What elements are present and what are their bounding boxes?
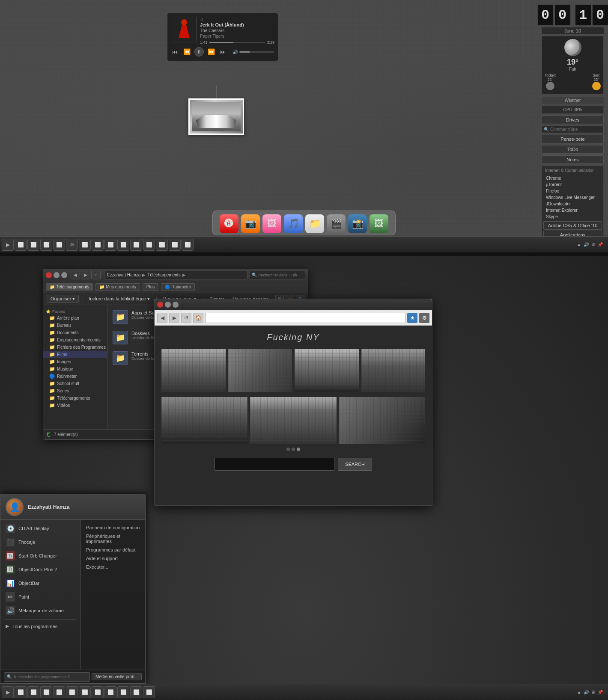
organiser-btn[interactable]: Organiser ▾ xyxy=(47,295,79,303)
sidebar-emplacements[interactable]: 📁 Emplacements récents xyxy=(43,336,107,344)
dock-item-0[interactable]: 🅐 xyxy=(220,214,238,233)
dock-item-2[interactable]: 🖼 xyxy=(262,214,281,233)
sidebar-images[interactable]: 📁 Images xyxy=(43,358,107,365)
browser-max-btn[interactable] xyxy=(173,302,179,308)
ie-item[interactable]: Internet Explorer xyxy=(543,207,602,214)
photo-0[interactable] xyxy=(161,349,226,392)
next-button[interactable]: ⏭ xyxy=(219,48,227,55)
browser-url-bar[interactable] xyxy=(205,313,405,323)
tb-btn-7[interactable]: ⬜ xyxy=(92,239,104,251)
browser-refresh-btn[interactable]: ↺ xyxy=(181,313,191,323)
tb-btn-1[interactable]: ⬜ xyxy=(15,239,27,251)
browser-action-1[interactable]: ★ xyxy=(407,313,417,323)
wlm-item[interactable]: Windows Live Messenger xyxy=(543,194,602,201)
search-input[interactable] xyxy=(258,273,297,277)
dock-item-3[interactable]: 🎵 xyxy=(284,214,303,233)
page-dot-3[interactable] xyxy=(297,448,300,451)
skip-fwd-button[interactable]: ⏩ xyxy=(206,48,216,55)
sm-devices[interactable]: Périphériques et imprimantes xyxy=(81,532,145,546)
browser-search-btn[interactable]: SEARCH xyxy=(338,458,372,471)
sidebar-arriere-plan[interactable]: 📁 Arrière plan xyxy=(43,314,107,322)
dock-item-1[interactable]: 📷 xyxy=(241,214,260,233)
tab-plus[interactable]: Plus xyxy=(143,283,158,291)
tb-btn-13[interactable]: ⬜ xyxy=(169,239,181,251)
tb-btn-4[interactable]: ⬜ xyxy=(53,239,65,251)
weather-button[interactable]: Weather xyxy=(542,97,604,104)
tb-btn-6[interactable]: ⬜ xyxy=(79,239,91,251)
browser-back-btn[interactable]: ◀ xyxy=(157,313,167,323)
tb-btn-14[interactable]: ⬜ xyxy=(182,239,194,251)
tb-bottom-7[interactable]: ⬜ xyxy=(92,686,104,698)
sidebar-videos[interactable]: 📁 Vidéos xyxy=(43,402,107,409)
start-search-box[interactable]: 🔍 xyxy=(4,672,90,682)
sidebar-musique[interactable]: 📁 Musique xyxy=(43,365,107,373)
tb-bottom-9[interactable]: ⬜ xyxy=(117,686,129,698)
firefox-item[interactable]: Firefox xyxy=(543,188,602,194)
tb-bottom-6[interactable]: ⬜ xyxy=(79,686,91,698)
window-close-btn[interactable] xyxy=(46,272,52,278)
tb-bottom-1[interactable]: ⬜ xyxy=(15,686,27,698)
sm-help[interactable]: Aide et support xyxy=(81,554,145,563)
tb-btn-5[interactable]: ⚙ xyxy=(66,239,78,251)
tb-btn-11[interactable]: ⬜ xyxy=(143,239,155,251)
sm-cd-art[interactable]: 💿 CD Art Display xyxy=(0,522,80,535)
drives-button[interactable]: Drives xyxy=(542,116,604,124)
search-box[interactable]: 🔍 xyxy=(250,271,305,279)
photo-3[interactable] xyxy=(361,349,426,392)
prev-button[interactable]: ⏮ xyxy=(171,48,179,55)
nav-back-btn[interactable]: ◀ xyxy=(71,271,80,279)
sidebar-bureau[interactable]: 📁 Bureau xyxy=(43,322,107,329)
tab-mes-docs[interactable]: 📁 Mes documents xyxy=(95,283,140,291)
sidebar-fichiers-prog[interactable]: 📁 Fichiers des Programmes xyxy=(43,344,107,351)
sidebar-series[interactable]: 📁 Séries xyxy=(43,387,107,394)
page-dot-2[interactable] xyxy=(292,448,295,451)
tb-bottom-11[interactable]: ⬜ xyxy=(143,686,155,698)
inclure-btn[interactable]: Inclure dans la bibliothèque ▾ xyxy=(85,295,153,303)
dock-item-7[interactable]: 🖼 xyxy=(370,214,388,233)
sm-default-prog[interactable]: Programmes par défaut xyxy=(81,546,145,554)
sm-objectdock[interactable]: 🅾 ObjectDock Plus 2 xyxy=(0,563,80,576)
sm-volume[interactable]: 🔊 Mélangeur de volume xyxy=(0,604,80,617)
nav-up-btn[interactable]: ↑ xyxy=(91,271,101,279)
notes-button[interactable]: Notes xyxy=(542,155,604,164)
browser-home-btn[interactable]: 🏠 xyxy=(193,313,203,323)
sidebar-telechargements[interactable]: 📁 Téléchargements xyxy=(43,394,107,402)
tb-bottom-3[interactable]: ⬜ xyxy=(40,686,52,698)
browser-action-2[interactable]: ⚙ xyxy=(419,313,429,323)
nav-fwd-btn[interactable]: ▶ xyxy=(81,271,90,279)
dock-item-6[interactable]: 📸 xyxy=(348,214,367,233)
sidebar-films[interactable]: 📁 Films xyxy=(43,351,107,358)
window-max-btn[interactable] xyxy=(61,272,67,278)
breadcrumb-root[interactable]: Ezzahyatt Hamza xyxy=(107,273,140,277)
command-line-input[interactable] xyxy=(550,127,605,132)
sm-control-panel[interactable]: Panneau de configuration xyxy=(81,523,145,532)
browser-search-input[interactable] xyxy=(215,458,334,471)
browser-fwd-btn[interactable]: ▶ xyxy=(169,313,179,323)
tb-btn-3[interactable]: ⬜ xyxy=(40,239,52,251)
sm-run[interactable]: Exécuter... xyxy=(81,563,145,571)
sidebar-school-stuff[interactable]: 📁 School stuff xyxy=(43,380,107,387)
tab-rainmeter[interactable]: 🔵 Rainmeter xyxy=(161,283,195,291)
adobe-button[interactable]: Adobe CS5 & Office '10 xyxy=(543,221,602,230)
power-button[interactable]: Mettre en veille prob... xyxy=(92,673,142,680)
tb-btn-12[interactable]: ⬜ xyxy=(156,239,168,251)
tb-btn-9[interactable]: ⬜ xyxy=(117,239,129,251)
start-btn-top[interactable]: ▶ xyxy=(2,239,14,251)
tb-btn-2[interactable]: ⬜ xyxy=(27,239,39,251)
skype-item[interactable]: Skype xyxy=(543,214,602,220)
start-btn-bottom[interactable]: ▶ xyxy=(2,686,14,698)
browser-close-btn[interactable] xyxy=(157,302,163,308)
progress-bar[interactable] xyxy=(209,42,265,43)
photo-5[interactable] xyxy=(250,397,336,444)
breadcrumb-current[interactable]: Téléchargements xyxy=(147,273,180,277)
chrome-item[interactable]: Chrome xyxy=(543,175,602,181)
tab-telecharger[interactable]: 📁 Téléchargements xyxy=(46,283,93,291)
sm-thocaje[interactable]: ⬛ Thocaje xyxy=(0,535,80,549)
dock-item-4[interactable]: 📁 xyxy=(305,214,324,233)
pense-bete-button[interactable]: Pense-bete xyxy=(542,135,604,143)
photo-2[interactable] xyxy=(295,349,359,392)
sidebar-rainmeter[interactable]: 🔵 Rainmeter xyxy=(43,373,107,380)
tb-btn-8[interactable]: ⬜ xyxy=(104,239,116,251)
sidebar-documents[interactable]: 📁 Documents xyxy=(43,329,107,336)
skip-back-button[interactable]: ⏪ xyxy=(182,48,192,55)
